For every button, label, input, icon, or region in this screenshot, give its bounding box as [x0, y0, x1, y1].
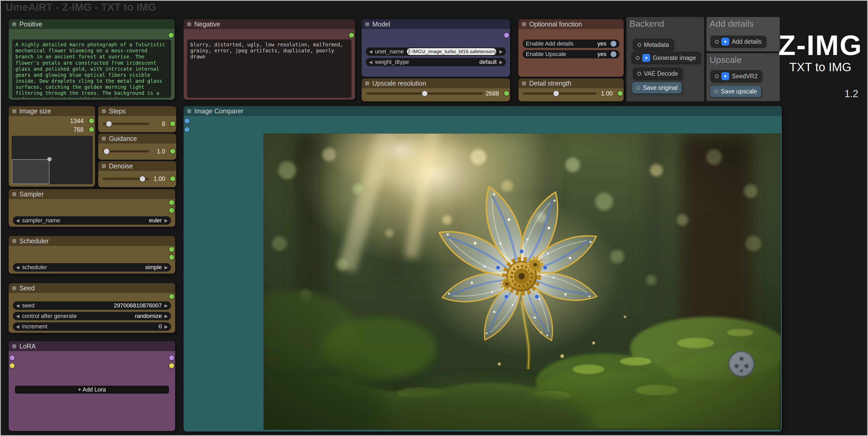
next-arrow-icon[interactable]: ▶ — [164, 324, 168, 329]
image-b-input-dot[interactable] — [185, 127, 190, 132]
collapse-icon[interactable] — [522, 82, 526, 85]
collapse-icon[interactable] — [522, 22, 526, 26]
toggle-knob-icon[interactable] — [611, 51, 616, 57]
node-save-upscale[interactable]: Save upscale — [710, 86, 761, 97]
generated-image[interactable] — [264, 133, 781, 430]
slider-track[interactable] — [103, 178, 149, 180]
slider-track[interactable] — [103, 150, 149, 152]
lora-node[interactable]: LoRA + Add Lora — [9, 341, 175, 431]
prev-arrow-icon[interactable]: ◀ — [16, 218, 20, 223]
steps-node[interactable]: Steps 8 — [98, 106, 176, 132]
guidance-node[interactable]: Guidance 1.0 — [98, 133, 176, 160]
collapse-icon[interactable] — [187, 22, 191, 26]
optional-function-header[interactable]: Optionnal fonction — [519, 19, 624, 29]
scheduler-widget[interactable]: ◀ scheduler simple ▶ — [13, 263, 171, 272]
scheduler-output-dot[interactable] — [169, 255, 174, 260]
image-size-header[interactable]: Image size — [9, 106, 95, 116]
image-comparer-header[interactable]: Image Comparer — [184, 106, 782, 116]
lora-model-input-dot[interactable] — [10, 355, 15, 360]
positive-node-header[interactable]: Positive — [9, 19, 175, 29]
positive-output-dot[interactable] — [168, 33, 174, 38]
sampler-node[interactable]: Sampler ◀ sampler_name euler ▶ — [9, 189, 175, 227]
scheduler-header[interactable]: Scheduler — [9, 236, 175, 246]
prev-arrow-icon[interactable]: ◀ — [16, 304, 20, 308]
negative-node-header[interactable]: Negative — [184, 19, 355, 29]
node-metadata[interactable]: Metadata — [633, 39, 673, 51]
node-graph-canvas[interactable]: UmeAiRT - Z-IMG - TXT to IMG Backend Met… — [0, 0, 868, 436]
collapse-dot-icon[interactable] — [637, 72, 641, 76]
lora-header[interactable]: LoRA — [9, 341, 175, 351]
prev-arrow-icon[interactable]: ◀ — [369, 60, 372, 64]
collapse-icon[interactable] — [12, 22, 16, 26]
sampler-name-widget[interactable]: ◀ sampler_name euler ▶ — [13, 216, 171, 225]
image-a-input-dot[interactable] — [185, 118, 190, 123]
aspect-ratio-handle[interactable] — [48, 157, 52, 161]
collapse-dot-icon[interactable] — [714, 90, 718, 93]
image-comparer-node[interactable]: Image Comparer — [184, 106, 782, 432]
slider-knob-icon[interactable] — [104, 149, 110, 154]
collapse-icon[interactable] — [12, 109, 16, 113]
scheduler-output-dot[interactable] — [169, 247, 174, 252]
next-arrow-icon[interactable]: ▶ — [499, 60, 503, 64]
lora-clip-input-dot[interactable] — [10, 363, 15, 368]
node-generate-image[interactable]: ✦ Generate image — [631, 52, 700, 64]
group-backend[interactable]: Backend Metadata ✦ Generate image VAE De… — [626, 17, 704, 101]
enable-add-details-toggle[interactable]: Enable Add details yes — [523, 39, 620, 48]
prev-arrow-icon[interactable]: ◀ — [369, 50, 372, 54]
node-seedvr2[interactable]: ✦ SeedVR2 — [711, 70, 762, 82]
negative-node[interactable]: Negative blurry, distorted, ugly, low re… — [184, 19, 355, 100]
sampler-header[interactable]: Sampler — [9, 189, 175, 199]
lora-model-output-dot[interactable] — [169, 355, 174, 360]
increment-widget[interactable]: ◀ increment 0 ▶ — [13, 322, 171, 331]
collapse-icon[interactable] — [102, 164, 106, 168]
collapse-icon[interactable] — [12, 192, 16, 196]
width-output-dot[interactable] — [89, 118, 94, 123]
model-node-header[interactable]: Model — [362, 19, 510, 29]
seed-node[interactable]: Seed ◀ seed 297006810876007 ▶ ◀ control … — [9, 283, 175, 333]
guidance-slider[interactable]: 1.0 — [102, 146, 172, 157]
upscale-resolution-node[interactable]: Upscale resolution 2688 — [362, 78, 510, 101]
toggle-knob-icon[interactable] — [611, 41, 616, 46]
slider-knob-icon[interactable] — [140, 176, 145, 182]
denoise-slider[interactable]: 1.00 — [102, 174, 172, 184]
height-output-dot[interactable] — [89, 127, 94, 132]
enable-upscale-toggle[interactable]: Enable Upscale yes — [523, 50, 620, 58]
negative-output-dot[interactable] — [349, 33, 354, 38]
sampler-output-dot[interactable] — [169, 200, 174, 205]
slider-track[interactable] — [366, 92, 483, 95]
positive-node[interactable]: Positive A highly detailed macro photogr… — [9, 19, 175, 100]
steps-header[interactable]: Steps — [98, 106, 176, 116]
denoise-node[interactable]: Denoise 1.00 — [98, 161, 176, 187]
model-output-dot[interactable] — [504, 33, 509, 38]
collapse-dot-icon[interactable] — [636, 56, 640, 60]
next-arrow-icon[interactable]: ▶ — [499, 50, 503, 54]
next-arrow-icon[interactable]: ▶ — [164, 218, 168, 223]
slider-track[interactable] — [523, 92, 596, 95]
next-arrow-icon[interactable]: ▶ — [164, 304, 168, 308]
next-arrow-icon[interactable]: ▶ — [164, 314, 168, 318]
denoise-header[interactable]: Denoise — [98, 161, 176, 171]
collapse-icon[interactable] — [12, 344, 16, 348]
image-size-node[interactable]: Image size 1344 768 — [9, 106, 95, 187]
steps-slider[interactable]: 8 — [102, 119, 172, 129]
slider-knob-icon[interactable] — [106, 121, 112, 127]
aspect-ratio-rect[interactable] — [12, 159, 50, 184]
upscale-resolution-header[interactable]: Upscale resolution — [362, 78, 510, 88]
slider-knob-icon[interactable] — [554, 91, 559, 96]
sampler-output-dot[interactable] — [169, 208, 174, 213]
seed-widget[interactable]: ◀ seed 297006810876007 ▶ — [13, 302, 171, 310]
slider-track[interactable] — [103, 123, 149, 125]
group-add-details[interactable]: Add details ✦ Add details — [707, 17, 780, 51]
lora-clip-output-dot[interactable] — [169, 363, 174, 368]
add-lora-button[interactable]: + Add Lora — [15, 386, 169, 394]
seed-header[interactable]: Seed — [9, 283, 175, 293]
negative-prompt-textarea[interactable]: blurry, distorted, ugly, low resolution,… — [187, 39, 351, 98]
collapse-dot-icon[interactable] — [715, 74, 719, 78]
guidance-header[interactable]: Guidance — [98, 133, 176, 144]
detail-strength-slider[interactable]: 1.00 — [523, 88, 620, 99]
prev-arrow-icon[interactable]: ◀ — [16, 324, 20, 329]
positive-prompt-textarea[interactable]: A highly detailed macro photograph of a … — [12, 39, 171, 98]
prev-arrow-icon[interactable]: ◀ — [16, 265, 20, 270]
weight-dtype-widget[interactable]: ◀ weight_dtype default ▶ — [366, 58, 506, 66]
node-add-details[interactable]: ✦ Add details — [711, 36, 766, 48]
